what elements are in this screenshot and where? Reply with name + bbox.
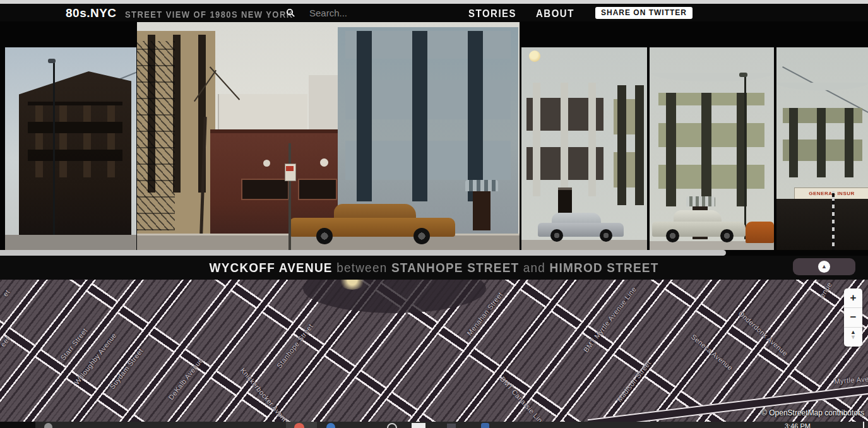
- caption-word-between: between: [336, 260, 387, 275]
- map-street-label: Seneca Avenue: [690, 333, 735, 372]
- white-coupe-car: [652, 210, 746, 243]
- map-tilt-button[interactable]: ▲ ▼: [844, 328, 862, 347]
- storefront-sign: GENERAL INSUR: [794, 187, 868, 200]
- rowhouse-windows: [526, 83, 603, 196]
- brown-sedan-car: [290, 204, 455, 243]
- facade-roundel: [263, 160, 270, 167]
- map-street-label: Onderdonk Avenue: [737, 309, 790, 357]
- street-lamp-pole: [53, 61, 55, 235]
- photo-frame-1[interactable]: [5, 47, 136, 250]
- taskbar-app-icon[interactable]: [447, 424, 456, 428]
- zoom-in-button[interactable]: +: [844, 288, 862, 308]
- page-root: { "header": { "logo": "80s.NYC", "taglin…: [0, 0, 868, 428]
- location-caption-bar: WYCKOFF AVENUE between STANHOPE STREET a…: [0, 256, 868, 280]
- parking-sign-red-band: [286, 166, 294, 171]
- map-street-label: Stanhope Street: [275, 323, 314, 370]
- taskbar-app-icon[interactable]: [412, 423, 425, 428]
- map-street-label: et: [1, 288, 11, 297]
- location-caption: WYCKOFF AVENUE between STANHOPE STREET a…: [0, 260, 868, 275]
- white-background-building: [218, 94, 307, 133]
- map-street-label: enue: [818, 281, 833, 299]
- entry-door: [473, 191, 490, 230]
- chrome-icon[interactable]: [294, 423, 304, 428]
- map-street-label: Starr Street: [59, 326, 88, 361]
- map-street-label: eet: [0, 335, 11, 348]
- photo-frame-4[interactable]: [650, 47, 774, 250]
- osm-attribution-link[interactable]: © OpenStreetMap contributors: [761, 408, 864, 417]
- taskbar-separator: [863, 422, 864, 428]
- nav-item-stories[interactable]: STORIES: [468, 7, 516, 20]
- car-wheel: [600, 229, 612, 242]
- car-wheel: [666, 229, 679, 242]
- taskbar-app-icon[interactable]: [481, 423, 489, 428]
- map-street-label: Madison Street: [615, 359, 652, 403]
- street-view-photo-strip: GENERAL INSUR: [0, 21, 868, 256]
- map-street-label: DeKalb Avenue: [167, 356, 204, 401]
- taskbar-app-icon[interactable]: [387, 423, 397, 428]
- gray-building-windows: [345, 31, 511, 201]
- sidewalk: [5, 235, 136, 250]
- map-street-label: BMT Myrtle Avenue Line: [582, 285, 638, 354]
- olive-house-windows: [614, 85, 644, 205]
- rowhouse-windows: [658, 93, 764, 206]
- street-lamp-head: [739, 73, 747, 77]
- taskbar-clock[interactable]: 3:46 PM: [785, 422, 811, 428]
- orange-car-fragment: [746, 222, 774, 243]
- search-icon: [286, 8, 295, 18]
- map-marker-dot: [529, 51, 540, 62]
- os-taskbar: 3:46 PM: [0, 422, 868, 428]
- twitter-icon[interactable]: [326, 423, 335, 428]
- dark-storefront: [776, 199, 868, 250]
- photo-frame-3[interactable]: [521, 47, 647, 250]
- osm-dark-map[interactable]: Starr StreetWilloughby AvenueSuydam Stre…: [0, 280, 868, 422]
- car-body: [290, 218, 455, 237]
- map-street-label: Myrtle Ave: [834, 375, 868, 385]
- red-building-window: [241, 179, 289, 200]
- red-building-window: [298, 179, 337, 200]
- car-wheel: [316, 228, 333, 244]
- photo-frame-5[interactable]: GENERAL INSUR: [776, 47, 868, 250]
- map-street-label: BMT Canarsie Lin: [499, 375, 544, 422]
- map-zoom-control: + − ▲ ▼: [844, 288, 862, 347]
- site-header: 80s.NYC STREET VIEW OF 1980S NEW YORK ST…: [0, 4, 868, 21]
- car-wheel: [720, 229, 734, 242]
- photo-strip-scrollbar[interactable]: [0, 250, 726, 256]
- map-street-label: Suydam Street: [108, 347, 144, 391]
- caption-cross-street-2: HIMROD STREET: [550, 260, 659, 275]
- facade-roundel: [320, 158, 328, 167]
- tenement-windows: [28, 102, 122, 177]
- car-wheel: [550, 229, 563, 242]
- sign-pole: [832, 191, 835, 250]
- door-awning: [465, 180, 498, 191]
- zoom-out-button[interactable]: −: [844, 308, 862, 328]
- caption-avenue: WYCKOFF AVENUE: [210, 260, 333, 275]
- silver-hatchback-car: [538, 213, 624, 242]
- caption-cross-street-1: STANHOPE STREET: [391, 260, 519, 275]
- map-street-label: Knickerbocker Avenue: [239, 366, 293, 422]
- share-on-twitter-button[interactable]: SHARE ON TWITTER: [595, 7, 693, 19]
- taskbar-search-icon[interactable]: [44, 423, 52, 428]
- arrow-down-icon: ▼: [844, 335, 862, 340]
- fire-escape: [137, 41, 175, 230]
- building-windows: [783, 108, 862, 177]
- site-logo[interactable]: 80s.NYC: [66, 6, 117, 20]
- sign-pole: [288, 143, 291, 251]
- nav-item-about[interactable]: ABOUT: [536, 7, 574, 20]
- collapse-panel-button[interactable]: ▲: [793, 258, 855, 275]
- chevron-up-icon: ▲: [818, 261, 830, 273]
- door-awning: [686, 196, 715, 206]
- site-tagline: STREET VIEW OF 1980S NEW YORK: [125, 9, 293, 20]
- taskbar-start-corner[interactable]: [0, 422, 35, 428]
- street-lamp-head: [48, 59, 56, 63]
- car-wheel: [413, 228, 430, 244]
- map-park-area: [303, 280, 486, 313]
- photo-frame-2-main[interactable]: [137, 22, 520, 251]
- caption-word-and: and: [523, 260, 545, 275]
- search-input[interactable]: [308, 5, 424, 20]
